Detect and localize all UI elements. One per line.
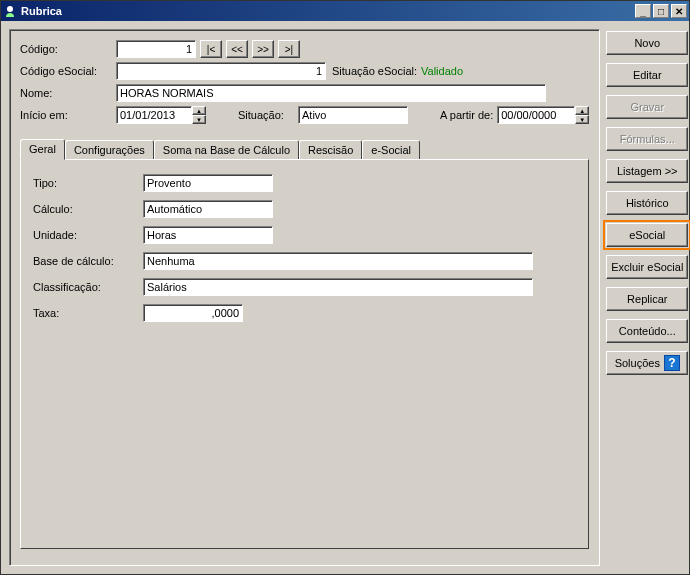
nav-first-button[interactable]: |< (200, 40, 222, 58)
taxa-field[interactable]: ,0000 (143, 304, 243, 322)
situacao-field[interactable]: Ativo (298, 106, 408, 124)
a-partir-de-up[interactable]: ▲ (575, 106, 589, 115)
tab-rescisao[interactable]: Rescisão (299, 140, 362, 159)
close-button[interactable]: ✕ (671, 4, 687, 18)
label-situacao-esocial: Situação eSocial: (332, 65, 417, 77)
tab-configuracoes[interactable]: Configurações (65, 140, 154, 159)
nav-last-button[interactable]: >| (278, 40, 300, 58)
unidade-field[interactable]: Horas (143, 226, 273, 244)
window-title: Rubrica (21, 5, 635, 17)
label-classificacao: Classificação: (33, 281, 143, 293)
inicio-em-up[interactable]: ▲ (192, 106, 206, 115)
nav-prev-button[interactable]: << (226, 40, 248, 58)
excluir-esocial-button[interactable]: Excluir eSocial (606, 255, 688, 279)
listagem-button[interactable]: Listagem >> (606, 159, 688, 183)
situacao-esocial-value: Validado (421, 65, 463, 77)
classificacao-field[interactable]: Salários (143, 278, 533, 296)
codigo-esocial-field[interactable]: 1 (116, 62, 326, 80)
historico-button[interactable]: Histórico (606, 191, 688, 215)
label-nome: Nome: (20, 87, 112, 99)
replicar-button[interactable]: Replicar (606, 287, 688, 311)
formulas-button[interactable]: Fórmulas... (606, 127, 688, 151)
label-situacao: Situação: (238, 109, 294, 121)
solucoes-button[interactable]: Soluções ? (606, 351, 688, 375)
solucoes-label: Soluções (615, 357, 660, 369)
a-partir-de-down[interactable]: ▼ (575, 115, 589, 124)
inicio-em-field[interactable]: 01/01/2013 ▲ ▼ (116, 106, 206, 124)
svg-point-0 (7, 6, 13, 12)
conteudo-button[interactable]: Conteúdo... (606, 319, 688, 343)
base-calculo-field[interactable]: Nenhuma (143, 252, 533, 270)
titlebar: Rubrica _ □ ✕ (1, 1, 689, 21)
tab-soma-base-calculo[interactable]: Soma na Base de Cálculo (154, 140, 299, 159)
tabs: Geral Configurações Soma na Base de Cálc… (20, 138, 589, 549)
client-area: Código: 1 |< << >> >| Código eSocial: 1 … (1, 21, 689, 574)
minimize-button[interactable]: _ (635, 4, 651, 18)
label-calculo: Cálculo: (33, 203, 143, 215)
tipo-field[interactable]: Provento (143, 174, 273, 192)
tabpanel-geral: Tipo: Provento Cálculo: Automático Unida… (20, 159, 589, 549)
label-codigo: Código: (20, 43, 112, 55)
label-tipo: Tipo: (33, 177, 143, 189)
nav-next-button[interactable]: >> (252, 40, 274, 58)
nome-field[interactable]: HORAS NORMAIS (116, 84, 546, 102)
tab-geral[interactable]: Geral (20, 139, 65, 160)
a-partir-de-field[interactable]: 00/00/0000 ▲ ▼ (497, 106, 589, 124)
action-panel: Novo Editar Gravar Fórmulas... Listagem … (606, 29, 688, 566)
label-base-calculo: Base de cálculo: (33, 255, 143, 267)
inicio-em-down[interactable]: ▼ (192, 115, 206, 124)
app-icon (3, 4, 17, 18)
rubrica-window: Rubrica _ □ ✕ Código: 1 |< << >> >| Códi… (0, 0, 690, 575)
codigo-field[interactable]: 1 (116, 40, 196, 58)
form-panel: Código: 1 |< << >> >| Código eSocial: 1 … (9, 29, 600, 566)
editar-button[interactable]: Editar (606, 63, 688, 87)
label-unidade: Unidade: (33, 229, 143, 241)
label-codigo-esocial: Código eSocial: (20, 65, 112, 77)
calculo-field[interactable]: Automático (143, 200, 273, 218)
label-inicio-em: Início em: (20, 109, 112, 121)
tab-esocial[interactable]: e-Social (362, 140, 420, 159)
novo-button[interactable]: Novo (606, 31, 688, 55)
label-taxa: Taxa: (33, 307, 143, 319)
label-a-partir-de: A partir de: (440, 109, 493, 121)
maximize-button[interactable]: □ (653, 4, 669, 18)
esocial-button[interactable]: eSocial (606, 223, 688, 247)
help-icon: ? (664, 355, 680, 371)
gravar-button[interactable]: Gravar (606, 95, 688, 119)
